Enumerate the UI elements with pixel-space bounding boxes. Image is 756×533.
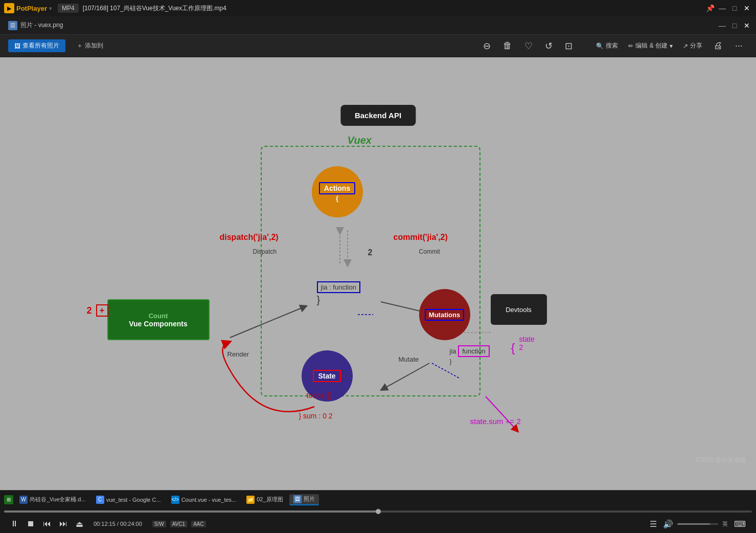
folder-label: 02_原理图 xyxy=(257,496,283,503)
share-icon: ↗ xyxy=(683,42,688,50)
volume-track[interactable] xyxy=(677,523,718,525)
print-button[interactable]: 🖨 xyxy=(708,37,728,54)
taskbar-item-word[interactable]: W 尚硅谷_Vue全家桶.d... xyxy=(15,495,90,505)
taskbar-item-vscode[interactable]: </> Count.vue - vue_tes... xyxy=(167,495,241,505)
commit-sub-label: Commit xyxy=(419,248,440,255)
play-pause-button[interactable]: ⏸ xyxy=(8,518,20,529)
code-block-close: } xyxy=(317,294,360,306)
codec-avc1: AVC1 xyxy=(170,521,187,527)
start-icon[interactable]: ⊞ xyxy=(4,495,13,504)
word-label: 尚硅谷_Vue全家桶.d... xyxy=(30,496,86,503)
pin-button[interactable]: 📌 xyxy=(705,3,715,13)
crop-button[interactable]: ⊡ xyxy=(560,37,578,55)
codec-sw: S/W xyxy=(152,521,166,527)
vuex-border-box xyxy=(261,146,480,396)
backend-api-box: Backend API xyxy=(340,105,416,126)
progress-area xyxy=(0,508,756,515)
jia-function-right-area: jia function } xyxy=(450,345,490,365)
title-bar: ▶ PotPlayer ▾ MP4 [107/168] 107_尚硅谷Vue技术… xyxy=(0,0,756,16)
devtools-box: Devtools xyxy=(491,294,547,325)
lang-label: 英 xyxy=(720,519,730,529)
edit-create-button[interactable]: ✏ 编辑 & 创建 ▾ xyxy=(624,40,677,52)
keyboard-icon[interactable]: ⌨ xyxy=(732,518,748,530)
codec-aac: AAC xyxy=(191,521,206,527)
photo-filename: 照片 - vuex.png xyxy=(20,21,63,30)
actions-inner-box: Actions xyxy=(319,182,355,194)
chrome-label: vue_test - Google C... xyxy=(106,497,161,503)
app-logo-icon: ▶ xyxy=(4,3,14,13)
time-total: 00:24:00 xyxy=(120,521,142,527)
vuex-diagram: Backend API Vuex Actions { Mutations Sta… xyxy=(199,100,557,448)
stop-button[interactable]: ⏹ xyxy=(25,518,37,529)
app-logo[interactable]: ▶ PotPlayer ▾ xyxy=(4,3,52,13)
progress-fill xyxy=(4,510,378,513)
photo-maximize-btn[interactable]: □ xyxy=(729,20,740,31)
edit-label: 编辑 & 创建 xyxy=(635,41,668,50)
zoom-out-button[interactable]: ⊖ xyxy=(478,37,496,55)
jia-function-area: jia : function } xyxy=(317,281,360,306)
view-all-label: 查看所有照片 xyxy=(22,41,59,50)
delete-button[interactable]: 🗑 xyxy=(498,37,517,54)
state-block: { state 2 xyxy=(511,335,535,355)
vscode-icon: </> xyxy=(171,496,179,504)
folder-icon: 📁 xyxy=(246,496,255,504)
more-button[interactable]: ··· xyxy=(730,37,748,54)
progress-track[interactable] xyxy=(4,510,752,513)
photo-toolbar: 🖼 照片 - vuex.png — □ ✕ xyxy=(0,16,756,35)
edit-icon: ✏ xyxy=(628,42,633,50)
photo-close-btn[interactable]: ✕ xyxy=(742,20,752,31)
share-button[interactable]: ↗ 分享 xyxy=(679,40,706,52)
main-content: Backend API Vuex Actions { Mutations Sta… xyxy=(0,57,756,490)
state-label: State xyxy=(318,372,335,380)
vue-components-box: Count Vue Components xyxy=(107,299,210,340)
edit-chevron-icon: ▾ xyxy=(670,42,673,50)
eject-button[interactable]: ⏏ xyxy=(74,518,85,530)
window-controls: 📌 — □ ✕ xyxy=(705,3,752,13)
minimize-button[interactable]: — xyxy=(717,3,727,13)
add-to-button[interactable]: ＋ 添加到 xyxy=(72,39,108,52)
expand-icon[interactable]: ⤡ xyxy=(745,454,752,463)
devtools-label: Devtools xyxy=(506,306,532,314)
playlist-icon[interactable]: ☰ xyxy=(648,518,659,530)
mutations-circle: Mutations xyxy=(419,289,470,340)
watermark: CSDN @待木成稿 xyxy=(696,456,746,464)
video-title: [107/168] 107_尚硅谷Vue技术_Vuex工作原理图.mp4 xyxy=(83,4,705,13)
taskbar-item-photos[interactable]: 🖼 照片 xyxy=(289,494,319,505)
volume-area: ☰ 🔊 英 ⌨ xyxy=(648,518,748,530)
taskbar: ⊞ W 尚硅谷_Vue全家桶.d... C vue_test - Google … xyxy=(0,490,756,508)
volume-icon[interactable]: 🔊 xyxy=(661,518,675,530)
count-number: 2 xyxy=(87,305,92,316)
search-button[interactable]: 🔍 搜索 xyxy=(592,40,622,52)
action-bar: 🖼 查看所有照片 ＋ 添加到 ⊖ 🗑 ♡ ↺ ⊡ 🔍 搜索 ✏ 编辑 & 创建 … xyxy=(0,35,756,57)
next-button[interactable]: ⏭ xyxy=(57,518,70,529)
rotate-button[interactable]: ↺ xyxy=(540,37,558,55)
view-all-button[interactable]: 🖼 查看所有照片 xyxy=(8,39,65,52)
heart-button[interactable]: ♡ xyxy=(519,37,538,55)
share-label: 分享 xyxy=(690,41,702,50)
todos-label: todos: [] xyxy=(307,391,332,399)
dispatch-text: dispatch('jia',2) xyxy=(220,233,279,242)
mutations-label: Mutations xyxy=(429,311,460,319)
close-button[interactable]: ✕ xyxy=(742,3,752,13)
time-display: 00:12:15 / 00:24:00 xyxy=(94,521,142,527)
commit-text: commit('jia',2) xyxy=(394,233,448,242)
progress-thumb[interactable] xyxy=(376,509,381,514)
state-num: 2 xyxy=(519,343,534,351)
time-current: 00:12:15 xyxy=(94,521,116,527)
taskbar-item-chrome[interactable]: C vue_test - Google C... xyxy=(92,495,165,505)
player-controls: ⏸ ⏹ ⏮ ⏭ ⏏ 00:12:15 / 00:24:00 S/W AVC1 A… xyxy=(0,515,756,533)
taskbar-item-folder[interactable]: 📁 02_原理图 xyxy=(242,495,287,505)
plus-button[interactable]: + xyxy=(96,304,108,317)
photo-minimize-btn[interactable]: — xyxy=(717,20,727,31)
app-name: PotPlayer xyxy=(16,5,47,12)
chrome-icon: C xyxy=(96,496,104,504)
jia-label-right: jia xyxy=(450,347,459,355)
search-icon: 🔍 xyxy=(596,42,604,50)
sum-label: } sum : 0 2 xyxy=(299,412,333,420)
vue-components-line2: Vue Components xyxy=(129,320,188,328)
actions-circle: Actions { xyxy=(312,166,363,217)
photo-toolbar-right: — □ ✕ xyxy=(717,20,752,31)
maximize-button[interactable]: □ xyxy=(729,3,740,13)
prev-button[interactable]: ⏮ xyxy=(41,518,53,529)
add-icon: ＋ xyxy=(77,41,83,50)
